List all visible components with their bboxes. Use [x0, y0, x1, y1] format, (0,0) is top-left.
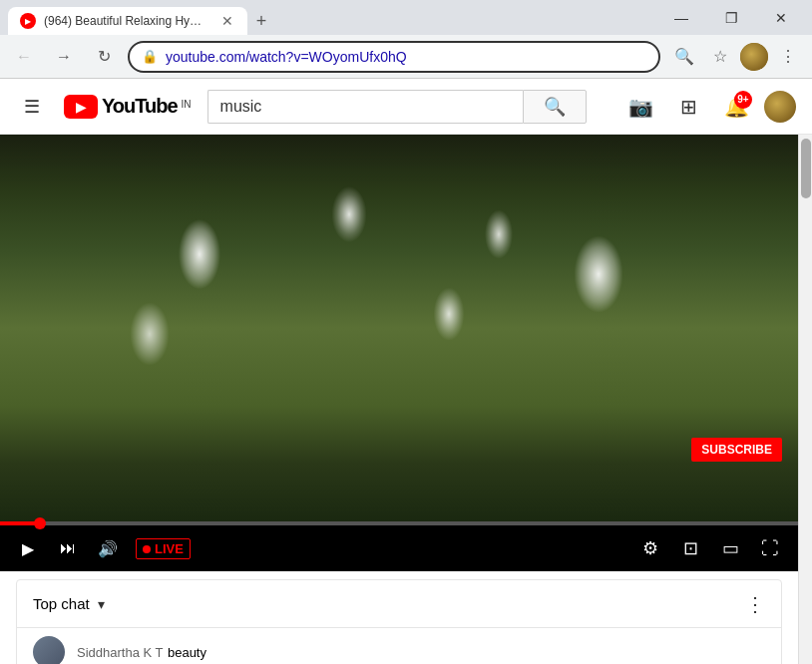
address-bar[interactable]: 🔒 youtube.com/watch?v=WOyomUfx0hQ [128, 41, 660, 73]
tab-close-button[interactable]: ✕ [219, 13, 235, 29]
back-button[interactable]: ← [8, 41, 40, 73]
search-form: 🔍 [207, 90, 587, 124]
chat-avatar [33, 636, 65, 664]
progress-bar[interactable] [0, 521, 798, 525]
theater-button[interactable]: ▭ [714, 532, 746, 564]
window-controls: — ❐ ✕ [658, 0, 804, 35]
chat-section: Top chat ▾ ⋮ Siddhartha K T beauty [16, 579, 782, 664]
toolbar: ← → ↻ 🔒 youtube.com/watch?v=WOyomUfx0hQ … [0, 35, 812, 79]
bookmark-button[interactable]: ☆ [704, 41, 736, 73]
video-section: SUBSCRIBE ▶ ⏭ 🔊 [0, 135, 798, 664]
chat-item: Siddhartha K T beauty [17, 628, 781, 664]
chat-title: Top chat [33, 595, 90, 612]
youtube-logo[interactable]: YouTube IN [64, 95, 192, 119]
header-right: 📷 ⊞ 🔔 9+ [620, 87, 796, 127]
play-button[interactable]: ▶ [12, 532, 44, 564]
scrollbar-thumb[interactable] [801, 139, 811, 198]
tab-area: (964) Beautiful Relaxing Hymns ✕ + [8, 0, 650, 35]
more-menu-button[interactable]: ⋮ [772, 41, 804, 73]
chat-more-button[interactable]: ⋮ [745, 592, 765, 616]
youtube-country-badge: IN [182, 99, 192, 110]
volume-button[interactable]: 🔊 [92, 532, 124, 564]
active-tab[interactable]: (964) Beautiful Relaxing Hymns ✕ [8, 7, 247, 35]
browser-frame: (964) Beautiful Relaxing Hymns ✕ + — ❐ ✕… [0, 0, 812, 664]
chat-message: beauty [168, 645, 206, 660]
youtube-logo-text: YouTube [102, 95, 178, 118]
notification-badge: 9+ [734, 91, 752, 109]
settings-button[interactable]: ⚙ [634, 532, 666, 564]
progress-bar-area [0, 521, 798, 525]
subscribe-button[interactable]: SUBSCRIBE [691, 438, 782, 462]
live-dot [143, 545, 151, 553]
miniplayer-button[interactable]: ⊡ [674, 532, 706, 564]
search-button[interactable]: 🔍 [523, 90, 587, 124]
chat-content: Siddhartha K T beauty [77, 643, 206, 661]
video-frame [0, 135, 798, 521]
progress-dot [34, 517, 46, 529]
youtube-header: ☰ YouTube IN 🔍 📷 ⊞ 🔔 9+ [0, 79, 812, 135]
title-bar: (964) Beautiful Relaxing Hymns ✕ + — ❐ ✕ [0, 0, 812, 35]
youtube-logo-icon [64, 95, 98, 119]
main-area: SUBSCRIBE ▶ ⏭ 🔊 [0, 135, 812, 664]
minimize-button[interactable]: — [658, 0, 704, 35]
chat-username: Siddhartha K T [77, 645, 163, 660]
player-controls: ▶ ⏭ 🔊 LIVE ⚙ ⊡ ▭ ⛶ [0, 525, 798, 571]
avatar-image [740, 43, 768, 71]
tab-favicon [20, 13, 36, 29]
tab-title: (964) Beautiful Relaxing Hymns [44, 14, 211, 28]
apps-button[interactable]: ⊞ [668, 87, 708, 127]
maximize-button[interactable]: ❐ [708, 0, 754, 35]
live-badge: LIVE [136, 538, 191, 559]
chat-header: Top chat ▾ ⋮ [17, 580, 781, 628]
refresh-button[interactable]: ↻ [88, 41, 120, 73]
page-content: ☰ YouTube IN 🔍 📷 ⊞ 🔔 9+ [0, 79, 812, 664]
forward-button[interactable]: → [48, 41, 80, 73]
url-text: youtube.com/watch?v=WOyomUfx0hQ [166, 49, 646, 65]
notification-button[interactable]: 🔔 9+ [716, 87, 756, 127]
next-button[interactable]: ⏭ [52, 532, 84, 564]
new-tab-button[interactable]: + [247, 7, 275, 35]
user-avatar[interactable] [764, 91, 796, 123]
toolbar-right: 🔍 ☆ ⋮ [668, 41, 804, 73]
lock-icon: 🔒 [142, 49, 158, 64]
chat-dropdown-button[interactable]: ▾ [98, 596, 105, 612]
close-button[interactable]: ✕ [758, 0, 804, 35]
search-input[interactable] [207, 90, 523, 124]
profile-avatar[interactable] [740, 43, 768, 71]
hamburger-menu-button[interactable]: ☰ [16, 91, 48, 123]
fullscreen-button[interactable]: ⛶ [754, 532, 786, 564]
scrollbar[interactable] [798, 135, 812, 664]
zoom-button[interactable]: 🔍 [668, 41, 700, 73]
create-video-button[interactable]: 📷 [620, 87, 660, 127]
video-player: SUBSCRIBE ▶ ⏭ 🔊 [0, 135, 798, 571]
video-thumbnail[interactable]: SUBSCRIBE [0, 135, 798, 521]
